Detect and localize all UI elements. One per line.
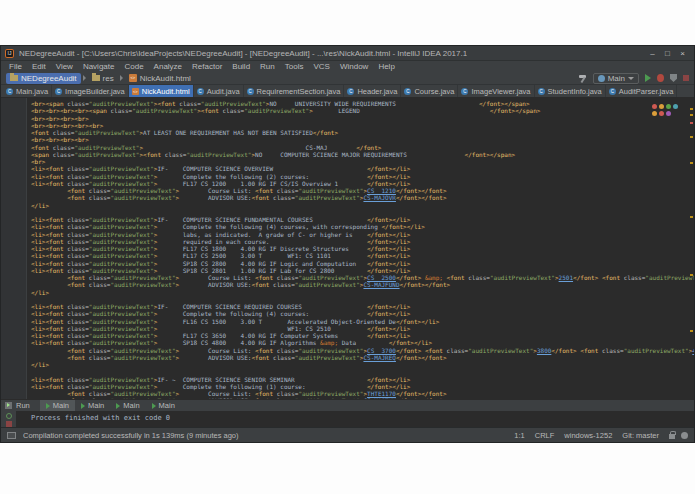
code-line: <li><font class="auditPreviewText"> Comp…	[31, 310, 694, 317]
editor-tab-auditparser-java[interactable]: CAuditParser.java	[606, 85, 678, 97]
menu-item-code[interactable]: Code	[119, 61, 148, 72]
code-line: <li><font class="auditPreviewText"> FL17…	[31, 245, 694, 252]
rerun-icon[interactable]	[6, 413, 12, 419]
editor-tab-nickaudit-html[interactable]: <>NickAudit.html	[129, 85, 194, 97]
code-line: <br><br><br><br><br>	[31, 122, 694, 129]
menu-item-tools[interactable]: Tools	[280, 61, 309, 72]
breadcrumb-res[interactable]: res	[88, 73, 118, 84]
line-separator[interactable]: CRLF	[535, 431, 555, 440]
code-line: <li><font class="auditPreviewText"> SP18…	[31, 339, 694, 346]
java-class-icon: C	[347, 88, 354, 95]
caret-position[interactable]: 1:1	[514, 431, 524, 440]
run-tool-label: Run	[16, 401, 30, 410]
debug-icon[interactable]	[657, 74, 664, 82]
code-area[interactable]: <br><span class="auditPreviewText"><font…	[27, 98, 694, 399]
editor-tab-main-java[interactable]: CMain.java	[3, 85, 52, 97]
run-tool-header: Run MainMainMainMain	[1, 400, 694, 411]
minimize-button[interactable]: –	[645, 47, 660, 60]
build-hammer-icon[interactable]	[578, 74, 587, 83]
code-line: <br><br><br><br>	[31, 136, 694, 143]
coverage-icon[interactable]	[670, 74, 677, 82]
editor-tab-studentinfo-java[interactable]: CStudentInfo.java	[535, 85, 606, 97]
code-line: <li><font class="auditPreviewText">IF- C…	[31, 165, 694, 172]
warning-stripe-mark	[690, 136, 693, 138]
java-class-icon: C	[538, 88, 545, 95]
run-config-label: Main	[608, 74, 625, 83]
menu-item-help[interactable]: Help	[373, 61, 399, 72]
tab-label: ImageBuilder.java	[65, 87, 125, 96]
code-line: </li>	[31, 361, 694, 368]
run-tab[interactable]: Main	[146, 400, 181, 411]
desktop-background: IJ NEDegreeAudit - [C:\Users\Chris\IdeaP…	[0, 0, 695, 494]
error-stripe[interactable]	[689, 98, 694, 399]
code-line: <font class="auditPreviewText"> Course L…	[31, 347, 694, 354]
code-line	[31, 296, 694, 303]
window-controls: – □ ×	[645, 47, 690, 60]
menu-item-run[interactable]: Run	[255, 61, 280, 72]
editor-tab-requirementsection-java[interactable]: CRequirementSection.java	[244, 85, 345, 97]
menu-item-view[interactable]: View	[51, 61, 78, 72]
status-bar: Compilation completed successfully in 1s…	[1, 427, 694, 442]
code-line: <li><font class="auditPreviewText"> FL16…	[31, 318, 694, 325]
menu-item-vcs[interactable]: VCS	[308, 61, 334, 72]
editor-tab-course-java[interactable]: CCourse.java	[401, 85, 458, 97]
menu-item-file[interactable]: File	[4, 61, 27, 72]
run-tab[interactable]: Main	[110, 400, 145, 411]
code-line: <li><font class="auditPreviewText"> Comp…	[31, 173, 694, 180]
status-widgets: 1:1 CRLF windows-1252 Git: master	[514, 431, 688, 440]
indicator-dot	[659, 104, 664, 109]
status-message: Compilation completed successfully in 1s…	[23, 431, 239, 440]
breadcrumb-nickaudit-html[interactable]: <>NickAudit.html	[125, 73, 195, 84]
run-tool-window: Run MainMainMainMain Process finished wi…	[1, 399, 694, 427]
run-config-selector[interactable]: Main	[593, 73, 639, 84]
tab-label: Header.java	[357, 87, 397, 96]
indicator-dot	[666, 111, 671, 116]
console-output: Process finished with exit code 0	[17, 411, 170, 427]
editor-tab-audit-java[interactable]: CAudit.java	[194, 85, 244, 97]
menu-item-edit[interactable]: Edit	[27, 61, 51, 72]
code-line: <font class="auditPreviewText"> ADVISOR …	[31, 194, 694, 201]
run-tab-label: Main	[88, 401, 104, 410]
run-icon[interactable]	[645, 74, 651, 82]
menu-item-build[interactable]: Build	[227, 61, 255, 72]
editor-tab-bar: CMain.javaCImageBuilder.java<>NickAudit.…	[1, 85, 694, 98]
editor-tab-header-java[interactable]: CHeader.java	[344, 85, 401, 97]
code-line: <li><font class="auditPreviewText"> WF1:…	[31, 325, 694, 332]
code-line: <font class="auditPreviewText"> ADVISOR …	[31, 397, 694, 399]
indicator-dot	[659, 111, 664, 116]
hector-icon[interactable]	[681, 432, 688, 439]
run-config-icon	[598, 75, 605, 82]
vcs-branch[interactable]: Git: master	[622, 431, 659, 440]
title-bar[interactable]: IJ NEDegreeAudit - [C:\Users\Chris\IdeaP…	[1, 46, 694, 61]
java-class-icon: C	[461, 88, 468, 95]
file-encoding[interactable]: windows-1252	[564, 431, 612, 440]
menu-item-window[interactable]: Window	[335, 61, 373, 72]
code-line: <li><font class="auditPreviewText">IF- C…	[31, 216, 694, 223]
html-file-icon: <>	[132, 88, 139, 95]
run-tab[interactable]: Main	[75, 400, 110, 411]
tab-label: Course.java	[414, 87, 454, 96]
run-tab[interactable]: Main	[40, 400, 75, 411]
code-line	[31, 368, 694, 375]
stop-icon[interactable]	[683, 75, 689, 81]
menu-item-analyze[interactable]: Analyze	[149, 61, 187, 72]
run-console-icon	[116, 403, 120, 409]
toolwindow-switcher-icon[interactable]	[7, 432, 16, 439]
editor-tab-imageviewer-java[interactable]: CImageViewer.java	[458, 85, 534, 97]
editor[interactable]: <br><span class="auditPreviewText"><font…	[1, 98, 694, 399]
maximize-button[interactable]: □	[660, 47, 675, 60]
close-button[interactable]: ×	[675, 47, 690, 60]
menu-item-refactor[interactable]: Refactor	[187, 61, 227, 72]
menu-item-navigate[interactable]: Navigate	[78, 61, 120, 72]
warning-stripe-mark	[690, 216, 693, 218]
java-class-icon: C	[609, 88, 616, 95]
navigation-bar: NEDegreeAuditres<>NickAudit.html Main	[1, 72, 694, 85]
chevron-down-icon	[628, 77, 634, 80]
lock-icon[interactable]	[669, 434, 675, 439]
breadcrumb-nedegreeaudit[interactable]: NEDegreeAudit	[6, 73, 81, 84]
tab-label: StudentInfo.java	[548, 87, 602, 96]
tab-label: Audit.java	[207, 87, 240, 96]
code-line: </li>	[31, 202, 694, 209]
editor-tab-imagebuilder-java[interactable]: CImageBuilder.java	[52, 85, 129, 97]
code-line: <font class="auditPreviewText"> Course L…	[31, 390, 694, 397]
